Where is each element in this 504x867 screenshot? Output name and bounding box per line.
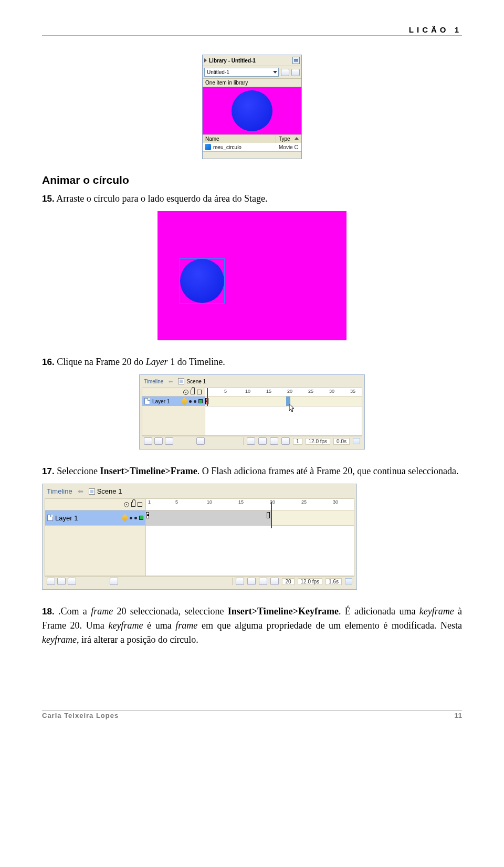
scene-button[interactable]: Scene 1 <box>89 487 122 495</box>
timeline-tab[interactable]: Timeline <box>144 379 163 384</box>
library-figure-wrap: Library - Untitled-1 Untitled-1 One item… <box>42 55 462 159</box>
lock-icon[interactable] <box>191 390 195 394</box>
color-swatch-icon <box>198 399 203 403</box>
color-swatch-icon <box>139 516 143 520</box>
pencil-icon <box>181 398 188 405</box>
stage-canvas[interactable] <box>158 211 346 340</box>
lock-icon[interactable] <box>131 502 135 507</box>
empty-keyframe-icon[interactable] <box>267 512 270 518</box>
library-columns: Name Type <box>203 134 301 143</box>
timeline-panel: Timeline ⬅ Scene 1 Layer 1 <box>139 374 365 450</box>
step-num: 18. <box>42 607 55 617</box>
trash-icon[interactable] <box>110 578 118 585</box>
edit-multi-icon[interactable] <box>281 437 290 445</box>
cursor-icon <box>289 404 296 412</box>
new-library-icon[interactable] <box>291 69 300 76</box>
dot-icon <box>194 400 196 403</box>
library-doc-name: Untitled-1 <box>207 69 229 75</box>
footer-page: 11 <box>455 712 462 719</box>
scene-icon <box>178 378 184 384</box>
dot-icon <box>130 517 132 519</box>
step-15: 15. Arraste o círculo para o lado esquer… <box>42 192 462 206</box>
library-doc-row: Untitled-1 <box>203 66 301 79</box>
timeline-status: 20 12.0 fps 1.6s <box>45 576 354 586</box>
timeline-ruler[interactable]: 5 10 15 20 25 30 35 <box>205 388 362 396</box>
eye-icon[interactable] <box>183 390 188 395</box>
timeline-frames[interactable]: 5 10 15 20 25 30 35 <box>205 388 362 435</box>
layer-icon <box>144 398 150 404</box>
scroll-left-icon[interactable] <box>345 578 352 584</box>
selected-circle-icon[interactable] <box>180 258 225 304</box>
library-title: Library - Untitled-1 <box>209 58 256 64</box>
timeline-ruler[interactable]: 1 5 10 15 20 25 30 <box>146 499 354 510</box>
add-folder-icon[interactable] <box>68 578 76 585</box>
timeline-tabs: Timeline ⬅ Scene 1 <box>45 486 354 496</box>
edit-multi-icon[interactable] <box>270 578 279 585</box>
pin-icon[interactable] <box>281 69 289 76</box>
layer-track[interactable] <box>146 510 354 525</box>
step-17: 17. Seleccione Insert>Timeline>Frame. O … <box>42 464 462 478</box>
outline-icon[interactable] <box>197 390 202 394</box>
layer-icon <box>47 515 53 521</box>
footer-author: Carla Teixeira Lopes <box>42 712 119 719</box>
movieclip-icon <box>205 144 211 150</box>
stage-figure <box>42 211 462 340</box>
timeline-frames[interactable]: 1 5 10 15 20 25 30 <box>146 499 354 576</box>
page-header: LICÃO 1 <box>42 25 462 36</box>
timeline1-figure: Timeline ⬅ Scene 1 Layer 1 <box>42 374 462 450</box>
center-frame-icon[interactable] <box>236 578 244 585</box>
outline-icon[interactable] <box>138 502 142 507</box>
layer-row[interactable]: Layer 1 <box>142 396 205 406</box>
trash-icon[interactable] <box>196 437 205 445</box>
dot-icon <box>189 400 192 403</box>
center-frame-icon[interactable] <box>247 437 255 445</box>
onion-outline-icon[interactable] <box>259 578 267 585</box>
time-label: 0.0s <box>333 438 350 445</box>
add-layer-icon[interactable] <box>47 578 55 585</box>
fps-label: 12.0 fps <box>298 578 323 585</box>
library-item[interactable]: meu_circulo Movie C <box>203 143 301 151</box>
library-titlebar: Library - Untitled-1 <box>203 55 301 66</box>
library-footer <box>203 151 301 159</box>
library-doc-combo[interactable]: Untitled-1 <box>204 68 279 77</box>
eye-icon[interactable] <box>124 502 129 507</box>
timeline2-figure: Timeline ⬅ Scene 1 Layer 1 <box>42 484 462 590</box>
scroll-left-icon[interactable] <box>353 438 360 444</box>
fps-label: 12.0 fps <box>306 438 331 445</box>
keyframe-icon[interactable] <box>146 512 149 518</box>
step-16: 16. Clique na Frame 20 do Layer 1 do Tim… <box>42 355 462 369</box>
layer-track[interactable] <box>205 396 362 406</box>
pencil-icon <box>121 514 129 521</box>
timeline-tab[interactable]: Timeline <box>47 487 72 495</box>
chevron-down-icon[interactable] <box>273 71 277 74</box>
timeline-layers: Layer 1 <box>45 499 146 576</box>
add-folder-icon[interactable] <box>165 437 173 445</box>
time-label: 1.6s <box>326 578 342 585</box>
frame-span[interactable] <box>146 510 272 525</box>
header-title: LICÃO 1 <box>409 25 462 34</box>
section-heading: Animar o círculo <box>42 174 462 186</box>
onion-outline-icon[interactable] <box>270 437 278 445</box>
current-frame: 1 <box>293 438 302 445</box>
timeline-body: Layer 1 1 5 10 15 20 25 30 <box>45 498 354 576</box>
col-type[interactable]: Type <box>276 135 301 143</box>
library-preview <box>203 87 301 134</box>
add-guide-icon[interactable] <box>154 437 163 445</box>
expand-arrow-icon[interactable] <box>204 58 207 62</box>
page-footer: Carla Teixeira Lopes 11 <box>42 710 462 719</box>
onion-skin-icon[interactable] <box>247 578 256 585</box>
add-guide-icon[interactable] <box>57 578 66 585</box>
col-name[interactable]: Name <box>203 135 276 143</box>
sort-asc-icon <box>295 137 299 140</box>
playhead-line-icon <box>207 388 208 406</box>
playhead-line-icon <box>271 502 272 528</box>
layer-toggle-strip <box>45 499 145 510</box>
step-num: 16. <box>42 357 55 367</box>
layer-row[interactable]: Layer 1 <box>45 510 145 525</box>
add-layer-icon[interactable] <box>144 437 152 445</box>
step-num: 15. <box>42 194 55 204</box>
panel-menu-icon[interactable] <box>292 57 300 64</box>
onion-skin-icon[interactable] <box>258 437 267 445</box>
library-item-name: meu_circulo <box>213 143 276 151</box>
scene-button[interactable]: Scene 1 <box>178 378 206 384</box>
